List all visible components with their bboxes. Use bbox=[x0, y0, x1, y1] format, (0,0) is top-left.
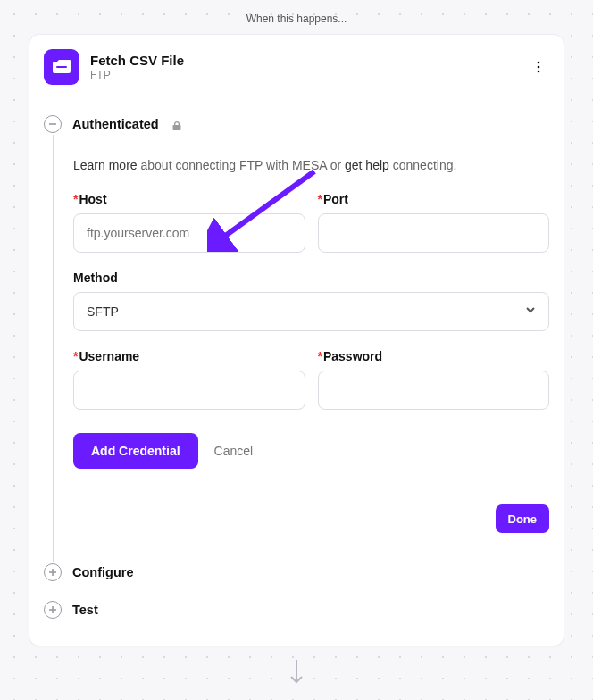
collapse-icon bbox=[44, 115, 62, 133]
done-button[interactable]: Done bbox=[496, 504, 550, 533]
svg-rect-8 bbox=[52, 606, 54, 613]
svg-rect-4 bbox=[49, 123, 56, 125]
cancel-button[interactable]: Cancel bbox=[214, 444, 254, 458]
section-label-authenticated: Authenticated bbox=[72, 117, 159, 131]
svg-point-1 bbox=[538, 62, 540, 64]
port-input[interactable] bbox=[318, 213, 550, 253]
section-header-test[interactable]: Test bbox=[44, 596, 549, 624]
help-text: Learn more about connecting FTP with MES… bbox=[73, 158, 549, 172]
more-menu-button[interactable] bbox=[528, 56, 549, 78]
method-label: Method bbox=[73, 271, 549, 285]
password-label: *Password bbox=[318, 349, 550, 363]
password-input[interactable] bbox=[318, 371, 550, 410]
host-input[interactable] bbox=[73, 213, 305, 253]
username-label: *Username bbox=[73, 349, 305, 363]
trigger-label: When this happens... bbox=[0, 0, 593, 34]
card-header: Fetch CSV File FTP bbox=[44, 49, 549, 85]
step-title: Fetch CSV File bbox=[90, 53, 517, 68]
section-label-configure: Configure bbox=[72, 565, 133, 579]
learn-more-link[interactable]: Learn more bbox=[73, 158, 138, 172]
add-credential-button[interactable]: Add Credential bbox=[73, 433, 198, 469]
port-label: *Port bbox=[318, 192, 550, 206]
expand-icon bbox=[44, 563, 62, 581]
get-help-link[interactable]: get help bbox=[345, 158, 389, 172]
svg-rect-0 bbox=[56, 66, 67, 68]
lock-icon bbox=[171, 119, 182, 129]
ftp-app-icon bbox=[44, 49, 79, 85]
section-body-authenticated: Learn more about connecting FTP with MES… bbox=[53, 135, 549, 562]
svg-point-3 bbox=[538, 71, 540, 73]
svg-point-2 bbox=[538, 66, 540, 69]
section-header-configure[interactable]: Configure bbox=[44, 558, 549, 587]
method-select[interactable]: SFTP bbox=[73, 292, 549, 331]
step-subtitle: FTP bbox=[90, 69, 517, 81]
host-label: *Host bbox=[73, 192, 305, 206]
section-label-test: Test bbox=[72, 603, 98, 617]
username-input[interactable] bbox=[73, 371, 305, 410]
step-card: Fetch CSV File FTP Authenticated Learn m… bbox=[29, 34, 564, 646]
svg-rect-6 bbox=[52, 569, 54, 576]
flow-arrow-icon bbox=[0, 659, 593, 686]
expand-icon bbox=[44, 601, 62, 619]
